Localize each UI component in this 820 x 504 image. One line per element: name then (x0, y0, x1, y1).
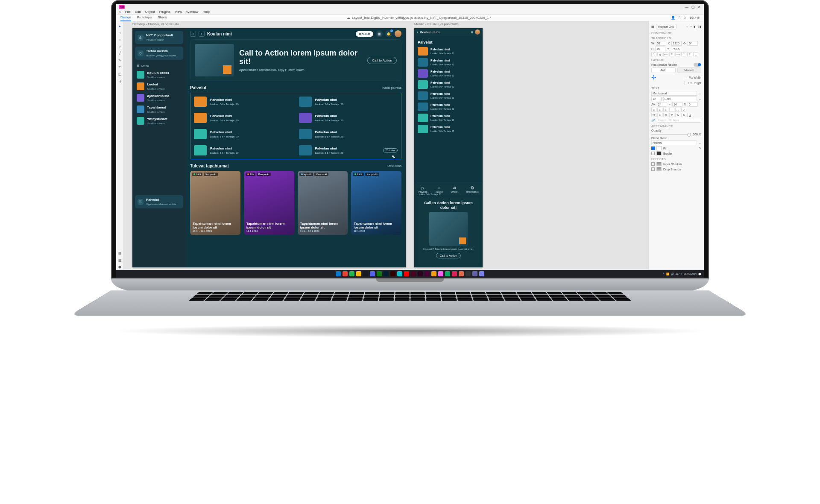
taskbar-app-icon[interactable] (370, 271, 375, 276)
inner-shadow-checkbox[interactable] (651, 162, 655, 166)
field-h[interactable]: 15 (655, 47, 665, 51)
close-icon[interactable]: ✕ (697, 5, 701, 9)
schools-pill[interactable]: Koulut (356, 31, 373, 37)
tool-text[interactable]: T (118, 65, 122, 69)
align-middle-icon[interactable]: ≡ (687, 52, 692, 56)
sidebar-bottom-card[interactable]: ♡ PalvelutOppilassovelluksen valinta (135, 195, 183, 208)
chevron-down-icon[interactable]: ⌄ (699, 97, 701, 101)
eyedropper-icon[interactable]: ✎ (699, 147, 701, 150)
event-card[interactable]: Etä Kaupunki Tapahtuman nimi lorem ipsum… (244, 171, 294, 235)
taskbar-app-icon[interactable] (479, 271, 484, 276)
font-family-field[interactable]: Montserrat (651, 91, 697, 96)
taskbar-app-icon[interactable] (472, 271, 477, 276)
taskbar-app-icon[interactable] (356, 271, 361, 276)
menu-file[interactable]: File (125, 10, 131, 14)
mode-manual-button[interactable]: Manual (677, 67, 702, 73)
tool-plugins[interactable]: ⬢ (118, 265, 122, 269)
fill-swatch[interactable] (656, 146, 662, 150)
tool-polygon[interactable]: △ (118, 44, 122, 49)
mobile-service-item[interactable]: Palvelun nimiLuokka: 5-6 • Tunteja: 20 (418, 125, 479, 133)
constraint-icon[interactable]: ✢ (651, 74, 656, 81)
tray-sound-icon[interactable]: 🔊 (671, 273, 674, 275)
chevron-down-icon[interactable]: ⌄ (699, 141, 701, 145)
sidebar-item[interactable]: LuokatSisällön kuvaus (132, 81, 186, 92)
grid-view-icon[interactable]: ▦ (376, 30, 383, 37)
mobile-service-item[interactable]: Palvelun nimiLuokka: 5-6 • Tunteja: 20 (418, 114, 479, 122)
url-field[interactable]: Insert URL here (657, 118, 701, 123)
all-services-link[interactable]: Kaikki palvelut (382, 86, 401, 89)
align-right-icon[interactable]: ⟹ (675, 52, 680, 56)
service-item[interactable]: Palvelun nimiLuokka: 5-6 • Tunteja: 20 (297, 111, 400, 125)
align-center-icon[interactable]: ≡ (669, 52, 674, 56)
taskbar-app-icon[interactable] (466, 271, 471, 276)
service-go-button[interactable]: Tutustu (383, 148, 398, 152)
mobile-nav-item[interactable]: ⌂Koulut (436, 186, 443, 193)
align-left-icon[interactable]: ⟸ (663, 52, 668, 56)
taskbar-app-icon[interactable] (390, 271, 395, 276)
field-rotation[interactable]: 0° (688, 41, 698, 46)
mobile-nav-item[interactable]: ✉Ohjeet (451, 186, 458, 193)
underline-icon[interactable]: U̲ (687, 113, 692, 117)
menu-object[interactable]: Object (145, 10, 155, 14)
hero-cta-button[interactable]: Call to Action (367, 57, 397, 64)
event-card[interactable]: Hybridi Kaupunki Tapahtuman nimi lorem i… (298, 171, 348, 235)
taskbar-app-icon[interactable] (336, 271, 341, 276)
field-x[interactable]: 1325 (671, 41, 682, 46)
tool-pen[interactable]: ✎ (118, 58, 122, 62)
char-spacing-field[interactable]: 24 (657, 102, 667, 107)
taskbar-app-icon[interactable] (418, 271, 423, 276)
tool-artboard[interactable]: ◫ (118, 72, 122, 76)
repeat-grid-button[interactable]: Repeat Grid (656, 24, 676, 29)
para-spacing-field[interactable]: 0 (688, 102, 698, 107)
text-align-center-icon[interactable]: ≡ (657, 108, 662, 112)
minimize-icon[interactable]: — (685, 5, 688, 9)
drop-shadow-swatch[interactable] (656, 167, 662, 171)
inner-shadow-swatch[interactable] (656, 162, 662, 166)
subscript-icon[interactable]: T₂ (675, 113, 680, 117)
tool-line[interactable]: ╱ (118, 51, 122, 56)
blend-mode-field[interactable]: Normal (651, 141, 697, 145)
mobile-service-item[interactable]: Palvelun nimiLuokka: 5-6 • Tunteja: 20 (418, 58, 479, 67)
font-weight-field[interactable]: Bold (663, 97, 697, 101)
taskbar-app-icon[interactable] (349, 271, 354, 276)
sidebar-item[interactable]: TapahtumatSisällön kuvaus (132, 104, 186, 115)
maximize-icon[interactable]: ▢ (691, 5, 695, 9)
invite-icon[interactable]: 👤 (671, 16, 675, 20)
taskbar-app-icon[interactable] (438, 271, 443, 276)
taskbar-app-icon[interactable] (452, 271, 457, 276)
taskbar-app-icon[interactable] (445, 271, 450, 276)
taskbar-app-icon[interactable] (425, 271, 430, 276)
tab-share[interactable]: Share (158, 14, 167, 21)
titlecase-icon[interactable]: Tt (663, 113, 668, 117)
tab-prototype[interactable]: Prototype (137, 14, 152, 21)
nav-back-icon[interactable]: ‹ (190, 31, 196, 37)
mobile-service-item[interactable]: Palvelun nimiLuokka: 5-6 • Tunteja: 20 (418, 103, 479, 111)
canvas[interactable]: Desktop - Etusivu, ei palveluita Mobile … (124, 21, 648, 269)
fill-checkbox[interactable] (651, 147, 655, 150)
sidebar-item[interactable]: AjankohtaistaSisällön kuvaus (132, 92, 186, 104)
text-align-left-icon[interactable]: ≡ (651, 108, 656, 112)
taskbar-app-icon[interactable] (384, 271, 389, 276)
zoom-value[interactable]: 96,4% (690, 16, 700, 20)
play-icon[interactable]: ▷ (684, 16, 686, 20)
field-w[interactable]: 51 (656, 41, 666, 46)
menu-icon[interactable]: ≡ (471, 30, 473, 34)
intersect-icon[interactable]: ◧ (694, 25, 697, 29)
field-y[interactable]: 752.5 (671, 47, 681, 51)
responsive-toggle[interactable] (694, 63, 701, 67)
flip-h-icon[interactable]: ⇋ (651, 52, 656, 56)
strikethrough-icon[interactable]: S̶ (681, 113, 686, 117)
superscript-icon[interactable]: T² (669, 113, 674, 117)
mobile-service-item[interactable]: Palvelun nimiLuokka: 5-6 • Tunteja: 20 (418, 47, 479, 56)
fix-width-label[interactable]: Fix Width (689, 76, 701, 79)
taskbar-app-icon[interactable] (397, 271, 402, 276)
tray-time[interactable]: 21:44 (676, 273, 682, 275)
tool-ellipse[interactable]: ○ (118, 38, 122, 42)
mobile-nav-item[interactable]: ✪Ilmoitukset (466, 186, 479, 193)
nav-forward-icon[interactable]: › (199, 31, 205, 37)
sidebar-item[interactable]: YhteystiedotSisällön kuvaus (132, 115, 186, 127)
taskbar-app-icon[interactable] (411, 271, 416, 276)
mobile-hero-cta-button[interactable]: Call to Action (436, 253, 461, 258)
chevron-down-icon[interactable]: ⌄ (699, 92, 701, 95)
tool-layers[interactable]: ▦ (118, 258, 122, 262)
